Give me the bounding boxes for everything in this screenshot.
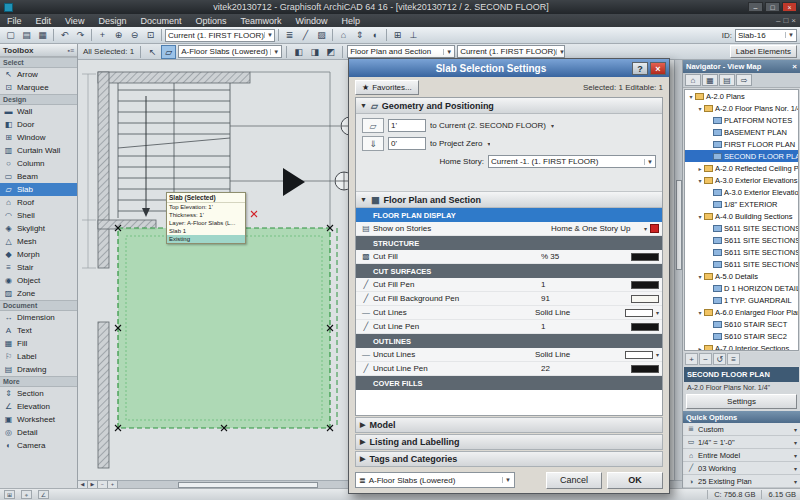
tree-item-s611-site-sections-w1-b[interactable]: S611 SITE SECTIONS-W1 (B) (685, 246, 798, 258)
dialog-home-story-combo[interactable]: Current -1. (1. FIRST FLOOR) ▼ (488, 155, 656, 168)
menu-item-help[interactable]: Help (335, 14, 368, 27)
thickness-field[interactable]: 1' (388, 119, 426, 132)
tree-item-a-3-0-exterior-elevations[interactable]: ▾A-3.0 Exterior Elevations (685, 174, 798, 186)
tool-arrow[interactable]: ↖Arrow (0, 68, 77, 81)
tool-zone[interactable]: ▨Zone (0, 287, 77, 300)
param-swatch[interactable] (631, 323, 659, 331)
tree-item-s610-stair-sec2[interactable]: S610 STAIR SEC2 (685, 330, 798, 342)
redo-icon[interactable]: ↷ (73, 28, 88, 42)
tool-marquee[interactable]: ⊡Marquee (0, 81, 77, 94)
floor-plan-section-header[interactable]: ▼ ▦ Floor Plan and Section (356, 192, 662, 208)
offset-field[interactable]: 0' (388, 137, 426, 150)
open-icon[interactable]: ▤ (19, 28, 34, 42)
collapsed-section-model[interactable]: ▶Model (355, 417, 663, 433)
view-settings-button[interactable]: Settings (686, 394, 797, 409)
menu-item-options[interactable]: Options (188, 14, 233, 27)
quick-option-pen-set[interactable]: ╱03 Working▾ (683, 462, 800, 475)
param-cut-lines[interactable]: ―Cut LinesSolid Line▾ (356, 306, 662, 320)
scroll-right-icon[interactable]: ▶ (88, 481, 98, 488)
dialog-title-bar[interactable]: Slab Selection Settings ? × (349, 59, 669, 77)
tree-item-s611-site-sections-w2[interactable]: S611 SITE SECTIONS-W2 (685, 258, 798, 270)
fit-in-window-icon[interactable]: ⊡ (143, 28, 158, 42)
ok-button[interactable]: OK (607, 472, 663, 489)
tool-shell[interactable]: ◠Shell (0, 209, 77, 222)
navigator-header[interactable]: Navigator - View Map × (683, 60, 800, 73)
quick-option-scale[interactable]: ▭1/4" = 1'-0"▾ (683, 436, 800, 449)
new-icon[interactable]: ▢ (3, 28, 18, 42)
fill-types-icon[interactable]: ▨ (314, 28, 329, 42)
param-swatch[interactable] (631, 253, 659, 261)
cancel-button[interactable]: Cancel (546, 472, 602, 489)
tree-item-first-floor-plan[interactable]: FIRST FLOOR PLAN (685, 138, 798, 150)
tool-section[interactable]: ⇕Section (0, 387, 77, 400)
close-button[interactable]: × (782, 2, 797, 12)
zoom-in-icon[interactable]: + (108, 481, 118, 488)
tree-item-a-5-0-details[interactable]: ▾A-5.0 Details (685, 270, 798, 282)
label-elements-button[interactable]: Label Elements (730, 45, 797, 58)
geometry-method-rotated-icon[interactable]: ◩ (323, 45, 338, 59)
menu-item-design[interactable]: Design (91, 14, 133, 27)
tree-item-a-6-0-enlarged-floor-plans[interactable]: ▾A-6.0 Enlarged Floor Plans (685, 306, 798, 318)
quick-options-header[interactable]: Quick Options (683, 411, 800, 423)
tree-item-basement-plan[interactable]: BASEMENT PLAN (685, 126, 798, 138)
tool-door[interactable]: ◧Door (0, 118, 77, 131)
tool-morph[interactable]: ◆Morph (0, 248, 77, 261)
tree-item-1-8-exterior[interactable]: 1/8" EXTERIOR (685, 198, 798, 210)
minimize-button[interactable]: – (748, 2, 763, 12)
menu-item-view[interactable]: View (58, 14, 91, 27)
3d-window-icon[interactable]: ⌂ (336, 28, 351, 42)
tool-slab[interactable]: ▱Slab (0, 183, 77, 196)
camera-icon[interactable]: ◐ (368, 28, 383, 42)
tree-item-1-typ-guardrail[interactable]: 1 TYP. GUARDRAIL (685, 294, 798, 306)
navigator-close-icon[interactable]: × (792, 62, 797, 71)
tree-item-a-7-0-interior-sections[interactable]: ▸A-7.0 Interior Sections (685, 342, 798, 351)
nav-remove-icon[interactable]: − (699, 353, 712, 365)
param-swatch[interactable] (625, 351, 653, 359)
param-show-on-stories[interactable]: ▤Show on StoriesHome & One Story Up▾ (356, 222, 662, 236)
home-story-combo[interactable]: Current (1. FIRST FLOOR) ▼ (165, 29, 275, 42)
param-uncut-line-pen[interactable]: ╱Uncut Line Pen22 (356, 362, 662, 376)
param-uncut-lines[interactable]: ―Uncut LinesSolid Line▾ (356, 348, 662, 362)
tree-expander-icon[interactable]: ▾ (696, 309, 704, 316)
dialog-layer-combo[interactable]: ≣ A-Floor Slabs (Lowered) ▼ (355, 472, 515, 488)
param-swatch[interactable] (631, 295, 659, 303)
tool-stair[interactable]: ≡Stair (0, 261, 77, 274)
tool-curtain-wall[interactable]: ▥Curtain Wall (0, 144, 77, 157)
param-swatch[interactable] (631, 281, 659, 289)
tool-detail[interactable]: ◎Detail (0, 426, 77, 439)
snap-grid-icon[interactable]: ⊞ (4, 490, 15, 499)
tool-elevation[interactable]: ∠Elevation (0, 400, 77, 413)
tool-camera[interactable]: ◐Camera (0, 439, 77, 452)
doc-window-button[interactable]: □ (783, 16, 788, 25)
view-map-tab-icon[interactable]: ▦ (702, 74, 718, 86)
pen-set-icon[interactable]: ╱ (298, 28, 313, 42)
tool-beam[interactable]: ▭Beam (0, 170, 77, 183)
geometry-method-rectangle-icon[interactable]: ◨ (307, 45, 322, 59)
pan-icon[interactable]: + (95, 28, 110, 42)
favorites-button[interactable]: ★ Favorites... (355, 80, 419, 95)
panel-pin-icon[interactable]: ▪≡ (67, 47, 74, 54)
tool-worksheet[interactable]: ▣Worksheet (0, 413, 77, 426)
tree-item-s611-site-sections-w1[interactable]: S611 SITE SECTIONS W1 (685, 234, 798, 246)
geometry-section-header[interactable]: ▼ ▱ Geometry and Positioning (356, 98, 662, 114)
tree-item-a-3-0-exterior-elevations-new[interactable]: A-3.0 Exterior Elevations New (685, 186, 798, 198)
element-id-combo[interactable]: Slab-16 ▼ (735, 29, 797, 42)
tool-dimension[interactable]: ↔Dimension (0, 311, 77, 324)
nav-refresh-icon[interactable]: ↺ (713, 353, 726, 365)
quick-option-structure-display[interactable]: ⌂Entire Model▾ (683, 449, 800, 462)
tree-expander-icon[interactable]: ▾ (696, 273, 704, 280)
tree-item-s611-site-sections[interactable]: S611 SITE SECTIONS (685, 222, 798, 234)
collapsed-section-listing-and-labelling[interactable]: ▶Listing and Labelling (355, 434, 663, 450)
tree-item-a-2-0-reflected-ceiling-plans[interactable]: ▸A-2.0 Reflected Ceiling Plans (685, 162, 798, 174)
thickness-reference-combo[interactable]: to Current (2. SECOND FLOOR) ▾ (430, 121, 554, 130)
section-icon[interactable]: ⇕ (352, 28, 367, 42)
tool-object[interactable]: ◉Object (0, 274, 77, 287)
tool-fill[interactable]: ▦Fill (0, 337, 77, 350)
dialog-help-button[interactable]: ? (632, 62, 648, 75)
maximize-button[interactable]: □ (765, 2, 780, 12)
tree-item-a-4-0-building-sections[interactable]: ▾A-4.0 Building Sections (685, 210, 798, 222)
nav-settings-icon[interactable]: ≡ (727, 353, 740, 365)
param-cut-fill[interactable]: ▩Cut Fill% 35 (356, 250, 662, 264)
tree-item-a-2-0-plans[interactable]: ▾A-2.0 Plans (685, 90, 798, 102)
undo-icon[interactable]: ↶ (57, 28, 72, 42)
